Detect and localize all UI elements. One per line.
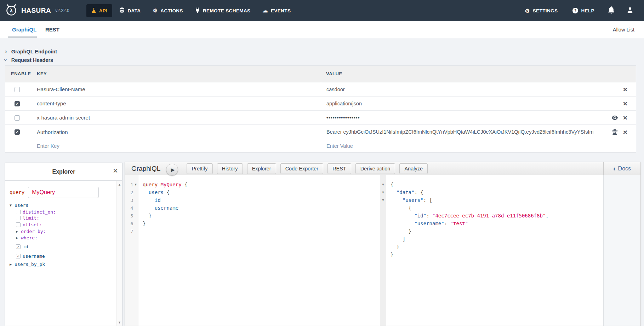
new-header-value-input[interactable] — [326, 143, 614, 149]
tab-graphiql[interactable]: GraphiQL — [12, 21, 36, 38]
tree-item-id[interactable]: ✓id — [16, 244, 114, 249]
execute-query-button[interactable]: ▶ — [166, 164, 178, 176]
fold-arrow-icon — [380, 212, 386, 220]
analyze-button[interactable]: Analyze — [399, 163, 428, 174]
eye-icon[interactable] — [611, 115, 618, 120]
header-value[interactable]: Bearer eyJhbGciOiJSUzI1NiIsImtpZCI6ImNlc… — [326, 125, 593, 139]
line-number: 3 — [125, 198, 133, 203]
code-line: "id": "4ec7ccee-ec7b-4191-a78d-e11f50686… — [391, 212, 603, 220]
header-key[interactable]: Authorization — [37, 125, 68, 139]
close-icon[interactable]: × — [113, 167, 118, 175]
header-value-cell: ••••••••••••••••× — [321, 111, 636, 124]
collapse-icon[interactable]: ▼ — [10, 203, 15, 207]
close-icon[interactable]: × — [623, 128, 627, 136]
nav-item-actions[interactable]: ⚙ACTIONS — [148, 5, 188, 17]
nav-item-remote-schemas[interactable]: REMOTE SCHEMAS — [190, 4, 256, 17]
graphql-endpoint-label: GraphQL Endpoint — [11, 49, 57, 54]
tree-checkbox[interactable] — [16, 210, 21, 214]
new-header-key-input[interactable] — [37, 143, 300, 149]
code-line: } — [391, 243, 603, 251]
code-line: } — [143, 220, 380, 227]
code-line: } — [143, 212, 380, 220]
cloud-icon: ☁ — [263, 8, 268, 13]
row-icons: × — [623, 82, 627, 96]
tree-item-username[interactable]: ✓username — [16, 254, 114, 259]
close-icon[interactable]: × — [623, 86, 627, 93]
header-value[interactable]: casdoor — [326, 82, 593, 96]
code-line: "users": [ — [391, 196, 603, 204]
tree-item-limit-[interactable]: limit: — [16, 215, 114, 221]
nav-item-events[interactable]: ☁EVENTS — [258, 5, 296, 17]
explorer-button[interactable]: Explorer — [247, 163, 276, 174]
database-icon — [119, 7, 125, 14]
line-number: 2 — [125, 190, 133, 195]
tree-checkbox[interactable] — [16, 216, 21, 220]
history-button[interactable]: History — [217, 163, 243, 174]
prettify-button[interactable]: Prettify — [187, 163, 212, 174]
expand-icon[interactable]: ▶ — [10, 262, 15, 266]
header-enable-checkbox[interactable]: ✓ — [15, 101, 20, 106]
graphiql-explorer-panel: Explorer × query ▼usersdistinct_on:limit… — [5, 163, 122, 326]
expand-icon[interactable]: ▶ — [16, 229, 21, 233]
chevron-left-icon: ‹ — [613, 165, 616, 172]
rest-button[interactable]: REST — [327, 163, 351, 174]
tree-item-distinct-on-[interactable]: distinct_on: — [16, 209, 114, 215]
close-icon[interactable]: × — [623, 114, 627, 121]
tree-item-order-by-[interactable]: ▶order_by: — [16, 229, 114, 234]
header-enable-checkbox[interactable]: ✓ — [15, 129, 20, 135]
svg-text:λ: λ — [10, 8, 13, 13]
docs-button[interactable]: ‹ Docs — [603, 162, 640, 175]
tree-checkbox[interactable] — [16, 222, 21, 227]
table-header-row: ENABLE KEY VALUE — [5, 66, 636, 82]
nav-item-data[interactable]: DATA — [114, 4, 146, 17]
tree-item-users-by-pk[interactable]: ▶users_by_pk — [10, 262, 114, 267]
code-line — [143, 227, 380, 235]
row-icons: × — [623, 97, 627, 110]
fold-arrow-icon[interactable]: ▼ — [380, 188, 386, 196]
header-key[interactable]: content-type — [37, 97, 66, 110]
header-row-hasura-client-name: Hasura-Client-Namecasdoor× — [5, 82, 636, 97]
line-number: 4 — [125, 205, 133, 211]
nav-right: ⚙ SETTINGS ? HELP — [524, 6, 644, 16]
fold-arrow-icon[interactable]: ▼ — [380, 196, 386, 204]
fold-arrow-icon[interactable]: ▼ — [380, 181, 386, 188]
tree-item-users[interactable]: ▼users — [10, 203, 114, 208]
gear-icon: ⚙ — [525, 8, 530, 13]
header-value[interactable]: application/json — [326, 97, 593, 110]
header-enable-checkbox[interactable] — [15, 115, 20, 121]
query-editor[interactable]: query MyQuery { users { id username }} — [138, 175, 380, 326]
explorer-scrollbar[interactable]: ▲ ▼ — [116, 181, 122, 326]
expand-icon[interactable]: ▶ — [16, 236, 21, 240]
fold-arrow-icon[interactable]: ▼ — [133, 183, 138, 186]
header-key[interactable]: Hasura-Client-Name — [37, 82, 85, 96]
scroll-down-icon[interactable]: ▼ — [117, 321, 122, 324]
scroll-up-icon[interactable]: ▲ — [117, 183, 122, 186]
request-headers-toggle[interactable]: › Request Headers — [5, 57, 53, 63]
allow-list-link[interactable]: Allow List — [613, 21, 634, 38]
code-exporter-button[interactable]: Code Exporter — [280, 163, 324, 174]
tree-item-label: limit: — [23, 215, 39, 221]
tree-checkbox[interactable]: ✓ — [16, 244, 21, 249]
tab-rest[interactable]: REST — [45, 21, 59, 38]
tree-item-where-[interactable]: ▶where: — [16, 235, 114, 240]
nav-item-api[interactable]: API — [86, 4, 113, 17]
fold-arrow-icon — [380, 251, 386, 258]
operation-name-input[interactable] — [28, 187, 99, 198]
header-value[interactable]: •••••••••••••••• — [326, 111, 593, 124]
tree-checkbox[interactable]: ✓ — [16, 254, 21, 258]
close-icon[interactable]: × — [623, 100, 627, 107]
notifications-button[interactable] — [608, 6, 615, 15]
nav-menu: APIDATA⚙ACTIONSREMOTE SCHEMAS☁EVENTS — [86, 4, 296, 17]
header-enable-checkbox[interactable] — [15, 87, 20, 92]
nav-item-settings[interactable]: ⚙ SETTINGS — [524, 6, 559, 16]
user-menu-button[interactable] — [627, 7, 633, 15]
brand[interactable]: λ HASURA v2.22.0 — [0, 4, 69, 18]
graphql-endpoint-toggle[interactable]: › GraphQL Endpoint — [5, 48, 57, 54]
tree-item-offset-[interactable]: offset: — [16, 222, 114, 227]
derive-action-button[interactable]: Derive action — [355, 163, 395, 174]
header-key[interactable]: x-hasura-admin-secret — [37, 111, 90, 124]
line-number: 1 — [125, 182, 133, 187]
tree-item-label: offset: — [23, 222, 42, 227]
nav-item-help[interactable]: ? HELP — [571, 6, 596, 16]
jwt-decode-icon[interactable] — [611, 129, 618, 135]
